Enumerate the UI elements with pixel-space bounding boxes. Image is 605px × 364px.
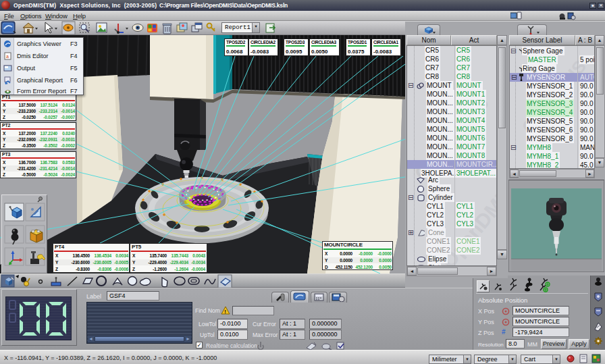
svg-text:!: ! bbox=[224, 309, 226, 315]
svg-text:a: a bbox=[6, 54, 9, 59]
